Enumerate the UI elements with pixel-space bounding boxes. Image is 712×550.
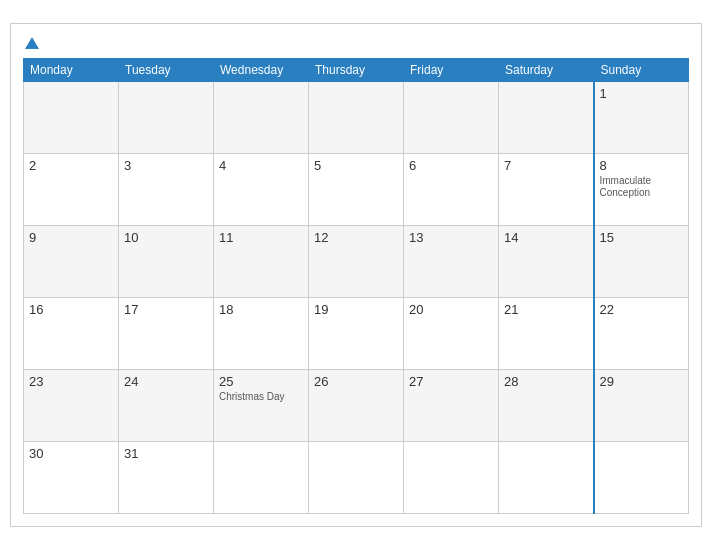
weekday-header-saturday: Saturday	[499, 59, 594, 82]
calendar-cell: 1	[594, 82, 689, 154]
calendar-cell	[594, 442, 689, 514]
day-number: 29	[600, 374, 684, 389]
calendar-cell: 3	[119, 154, 214, 226]
calendar-row-1: 2345678Immaculate Conception	[24, 154, 689, 226]
calendar-table: MondayTuesdayWednesdayThursdayFridaySatu…	[23, 58, 689, 514]
day-number: 18	[219, 302, 303, 317]
calendar-cell: 2	[24, 154, 119, 226]
calendar-row-0: 1	[24, 82, 689, 154]
day-number: 8	[600, 158, 684, 173]
day-number: 5	[314, 158, 398, 173]
calendar-cell: 9	[24, 226, 119, 298]
day-number: 14	[504, 230, 588, 245]
calendar-cell: 22	[594, 298, 689, 370]
weekday-header-row: MondayTuesdayWednesdayThursdayFridaySatu…	[24, 59, 689, 82]
calendar-cell: 11	[214, 226, 309, 298]
calendar-cell	[404, 82, 499, 154]
day-number: 15	[600, 230, 684, 245]
calendar-cell	[309, 82, 404, 154]
logo	[23, 34, 39, 50]
calendar-cell: 12	[309, 226, 404, 298]
calendar-cell: 20	[404, 298, 499, 370]
day-number: 21	[504, 302, 588, 317]
calendar-cell: 15	[594, 226, 689, 298]
holiday-name: Immaculate Conception	[600, 175, 684, 199]
day-number: 2	[29, 158, 113, 173]
day-number: 11	[219, 230, 303, 245]
calendar-cell	[119, 82, 214, 154]
weekday-header-sunday: Sunday	[594, 59, 689, 82]
calendar-row-3: 16171819202122	[24, 298, 689, 370]
day-number: 30	[29, 446, 113, 461]
calendar-row-2: 9101112131415	[24, 226, 689, 298]
day-number: 17	[124, 302, 208, 317]
calendar-cell	[404, 442, 499, 514]
day-number: 31	[124, 446, 208, 461]
calendar-cell: 30	[24, 442, 119, 514]
calendar-cell	[24, 82, 119, 154]
calendar-cell: 7	[499, 154, 594, 226]
calendar-cell: 29	[594, 370, 689, 442]
calendar-header	[23, 34, 689, 50]
weekday-header-monday: Monday	[24, 59, 119, 82]
calendar-cell: 5	[309, 154, 404, 226]
calendar-wrapper: MondayTuesdayWednesdayThursdayFridaySatu…	[10, 23, 702, 527]
weekday-header-friday: Friday	[404, 59, 499, 82]
weekday-header-wednesday: Wednesday	[214, 59, 309, 82]
weekday-header-tuesday: Tuesday	[119, 59, 214, 82]
calendar-row-4: 232425Christmas Day26272829	[24, 370, 689, 442]
calendar-cell: 6	[404, 154, 499, 226]
day-number: 12	[314, 230, 398, 245]
day-number: 4	[219, 158, 303, 173]
calendar-cell	[214, 442, 309, 514]
calendar-cell: 17	[119, 298, 214, 370]
day-number: 10	[124, 230, 208, 245]
calendar-cell: 27	[404, 370, 499, 442]
day-number: 19	[314, 302, 398, 317]
calendar-row-5: 3031	[24, 442, 689, 514]
day-number: 9	[29, 230, 113, 245]
calendar-cell: 18	[214, 298, 309, 370]
calendar-cell	[499, 442, 594, 514]
logo-blue-text	[23, 34, 39, 50]
day-number: 1	[600, 86, 684, 101]
calendar-cell: 25Christmas Day	[214, 370, 309, 442]
day-number: 23	[29, 374, 113, 389]
logo-triangle-icon	[25, 37, 39, 49]
calendar-cell: 10	[119, 226, 214, 298]
day-number: 16	[29, 302, 113, 317]
calendar-cell: 13	[404, 226, 499, 298]
holiday-name: Christmas Day	[219, 391, 303, 403]
weekday-header-thursday: Thursday	[309, 59, 404, 82]
calendar-cell: 14	[499, 226, 594, 298]
calendar-cell: 19	[309, 298, 404, 370]
day-number: 22	[600, 302, 684, 317]
calendar-cell: 23	[24, 370, 119, 442]
calendar-cell: 16	[24, 298, 119, 370]
day-number: 25	[219, 374, 303, 389]
day-number: 13	[409, 230, 493, 245]
day-number: 26	[314, 374, 398, 389]
day-number: 27	[409, 374, 493, 389]
calendar-cell: 28	[499, 370, 594, 442]
day-number: 3	[124, 158, 208, 173]
day-number: 24	[124, 374, 208, 389]
calendar-cell: 31	[119, 442, 214, 514]
calendar-cell: 24	[119, 370, 214, 442]
calendar-cell: 4	[214, 154, 309, 226]
day-number: 7	[504, 158, 588, 173]
calendar-cell	[499, 82, 594, 154]
calendar-cell: 8Immaculate Conception	[594, 154, 689, 226]
day-number: 28	[504, 374, 588, 389]
calendar-cell	[309, 442, 404, 514]
day-number: 6	[409, 158, 493, 173]
calendar-cell	[214, 82, 309, 154]
calendar-cell: 26	[309, 370, 404, 442]
calendar-cell: 21	[499, 298, 594, 370]
day-number: 20	[409, 302, 493, 317]
